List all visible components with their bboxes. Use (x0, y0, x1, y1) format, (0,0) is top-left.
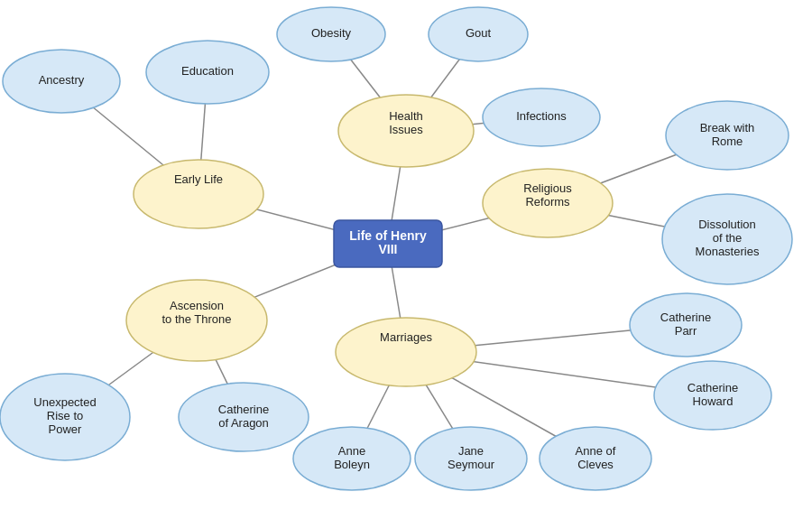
svg-text:Seymour: Seymour (448, 458, 495, 471)
svg-text:Dissolution: Dissolution (698, 218, 756, 231)
svg-text:Gout: Gout (466, 26, 492, 40)
svg-text:Boleyn: Boleyn (334, 458, 370, 471)
svg-text:Howard: Howard (693, 394, 734, 408)
node-marriages (336, 318, 476, 386)
svg-text:Health: Health (389, 109, 423, 123)
svg-text:Jane: Jane (458, 444, 484, 458)
svg-text:Issues: Issues (389, 123, 423, 136)
svg-text:Cleves: Cleves (577, 458, 614, 471)
svg-text:Education: Education (181, 64, 234, 78)
svg-text:Catherine: Catherine (218, 403, 269, 416)
svg-text:Catherine: Catherine (660, 311, 711, 324)
svg-text:Power: Power (49, 422, 83, 436)
svg-text:of Aragon: of Aragon (218, 416, 269, 430)
svg-text:Rise to: Rise to (47, 409, 83, 422)
svg-text:Marriages: Marriages (380, 330, 432, 344)
svg-text:Early Life: Early Life (174, 172, 223, 186)
svg-text:Infections: Infections (516, 109, 567, 123)
svg-text:Unexpected: Unexpected (33, 395, 96, 409)
svg-text:Anne of: Anne of (576, 444, 616, 458)
svg-text:Catherine: Catherine (687, 381, 738, 394)
svg-text:Parr: Parr (675, 324, 697, 338)
svg-text:Ancestry: Ancestry (39, 73, 85, 87)
svg-text:Rome: Rome (712, 134, 743, 148)
svg-text:of the: of the (713, 231, 743, 245)
svg-text:Reforms: Reforms (525, 195, 570, 209)
svg-text:Obesity: Obesity (311, 26, 352, 40)
mind-map: Life of HenryVIIIEarly LifeHealthIssuesR… (0, 0, 812, 510)
svg-text:Life of Henry: Life of Henry (349, 228, 427, 243)
svg-text:Monasteries: Monasteries (696, 245, 760, 258)
svg-text:to the Throne: to the Throne (161, 312, 231, 326)
node-early_life (134, 160, 263, 228)
svg-text:Religious: Religious (523, 181, 572, 195)
svg-text:Ascension: Ascension (170, 299, 224, 312)
svg-text:VIII: VIII (378, 242, 397, 256)
svg-text:Anne: Anne (338, 444, 365, 458)
svg-text:Break with: Break with (700, 121, 755, 134)
